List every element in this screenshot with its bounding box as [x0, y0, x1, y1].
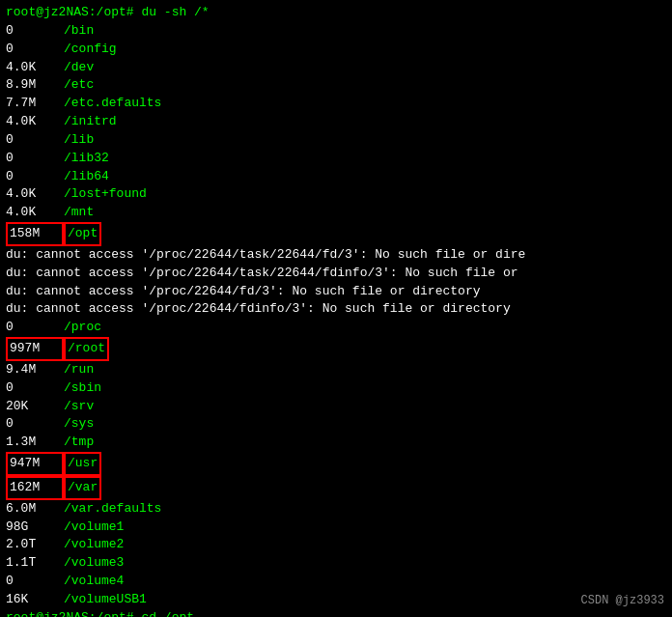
error-line: du: cannot access '/proc/22644/fd/3': No…	[6, 283, 666, 301]
path-cell: /sbin	[64, 379, 101, 398]
size-cell: 1.3M	[6, 434, 64, 452]
path-cell: /lib	[64, 131, 94, 150]
table-row: 16K/volumeUSB1	[6, 591, 666, 609]
table-row: 1.3M/tmp	[6, 434, 666, 452]
path-cell: /bin	[64, 22, 94, 41]
path-cell: /initrd	[64, 113, 117, 131]
path-cell: /volumeUSB1	[64, 591, 147, 609]
size-cell: 997M	[6, 337, 64, 361]
table-row: 1.1T/volume3	[6, 554, 666, 573]
size-cell: 9.4M	[6, 361, 64, 379]
rows-section-3: 6.0M/var.defaults98G/volume12.0T/volume2…	[6, 500, 666, 609]
table-row: 997M/root	[6, 337, 666, 361]
size-cell: 0	[6, 379, 64, 398]
table-row: 6.0M/var.defaults	[6, 500, 666, 519]
path-cell: /sys	[64, 415, 94, 434]
path-cell: /var.defaults	[64, 500, 161, 519]
size-cell: 4.0K	[6, 185, 64, 204]
table-row: 4.0K/mnt	[6, 204, 666, 222]
path-cell: /lost+found	[64, 185, 147, 204]
size-cell: 4.0K	[6, 113, 64, 131]
table-row: 947M/usr	[6, 452, 666, 476]
table-row: 7.7M/etc.defaults	[6, 95, 666, 113]
size-cell: 162M	[6, 476, 64, 500]
table-row: 2.0T/volume2	[6, 536, 666, 554]
path-cell: /etc.defaults	[64, 95, 161, 113]
path-cell: /volume2	[64, 536, 124, 554]
size-cell: 0	[6, 415, 64, 434]
table-row: 0/proc	[6, 319, 666, 337]
size-cell: 947M	[6, 452, 64, 476]
size-cell: 20K	[6, 398, 64, 416]
table-row: 0/lib64	[6, 168, 666, 186]
size-cell: 0	[6, 150, 64, 168]
size-cell: 4.0K	[6, 204, 64, 222]
path-cell: /usr	[64, 452, 101, 476]
path-cell: /lib32	[64, 150, 109, 168]
size-cell: 0	[6, 319, 64, 337]
rows-section-1: 0/bin0/config4.0K/dev8.9M/etc7.7M/etc.de…	[6, 22, 666, 246]
size-cell: 6.0M	[6, 500, 64, 519]
path-cell: /dev	[64, 59, 94, 77]
size-cell: 1.1T	[6, 554, 64, 573]
terminal: root@jz2NAS:/opt# du -sh /* 0/bin0/confi…	[0, 0, 672, 617]
path-cell: /run	[64, 361, 94, 379]
table-row: 9.4M/run	[6, 361, 666, 379]
table-row: 0/sys	[6, 415, 666, 434]
path-cell: /var	[64, 476, 101, 500]
watermark-text: CSDN @jz3933	[581, 594, 664, 607]
size-cell: 98G	[6, 519, 64, 537]
path-cell: /srv	[64, 398, 94, 416]
rows-section-2: 0/proc997M/root9.4M/run0/sbin20K/srv0/sy…	[6, 319, 666, 499]
size-cell: 0	[6, 573, 64, 591]
table-row: 4.0K/initrd	[6, 113, 666, 131]
table-row: 0/volume4	[6, 573, 666, 591]
size-cell: 7.7M	[6, 95, 64, 113]
size-cell: 0	[6, 41, 64, 59]
size-cell: 16K	[6, 591, 64, 609]
size-cell: 0	[6, 22, 64, 41]
table-row: 0/config	[6, 41, 666, 59]
table-row: 0/sbin	[6, 379, 666, 398]
table-row: 0/lib32	[6, 150, 666, 168]
path-cell: /tmp	[64, 434, 94, 452]
size-cell: 158M	[6, 222, 64, 246]
path-cell: /config	[64, 41, 117, 59]
prompt-line: root@jz2NAS:/opt# cd /opt	[6, 609, 666, 617]
path-cell: /lib64	[64, 168, 109, 186]
size-cell: 4.0K	[6, 59, 64, 77]
error-line: du: cannot access '/proc/22644/task/2264…	[6, 246, 666, 265]
table-row: 158M/opt	[6, 222, 666, 246]
table-row: 162M/var	[6, 476, 666, 500]
path-cell: /mnt	[64, 204, 94, 222]
header-line: root@jz2NAS:/opt# du -sh /*	[6, 4, 666, 22]
path-cell: /root	[64, 337, 109, 361]
path-cell: /etc	[64, 76, 94, 95]
path-cell: /volume1	[64, 519, 124, 537]
table-row: 8.9M/etc	[6, 76, 666, 95]
table-row: 4.0K/lost+found	[6, 185, 666, 204]
table-row: 0/lib	[6, 131, 666, 150]
error-line: du: cannot access '/proc/22644/task/2264…	[6, 265, 666, 283]
header-text: root@jz2NAS:/opt# du -sh /*	[6, 4, 210, 22]
table-row: 98G/volume1	[6, 519, 666, 537]
size-cell: 2.0T	[6, 536, 64, 554]
path-cell: /volume3	[64, 554, 124, 573]
table-row: 4.0K/dev	[6, 59, 666, 77]
watermark: CSDN @jz3933	[581, 594, 664, 607]
size-cell: 8.9M	[6, 76, 64, 95]
table-row: 0/bin	[6, 22, 666, 41]
error-section: du: cannot access '/proc/22644/task/2264…	[6, 246, 666, 319]
error-line: du: cannot access '/proc/22644/fdinfo/3'…	[6, 300, 666, 319]
path-cell: /volume4	[64, 573, 124, 591]
path-cell: /opt	[64, 222, 101, 246]
prompt-text: root@jz2NAS:/opt# cd /opt	[6, 609, 194, 617]
size-cell: 0	[6, 168, 64, 186]
path-cell: /proc	[64, 319, 101, 337]
size-cell: 0	[6, 131, 64, 150]
table-row: 20K/srv	[6, 398, 666, 416]
